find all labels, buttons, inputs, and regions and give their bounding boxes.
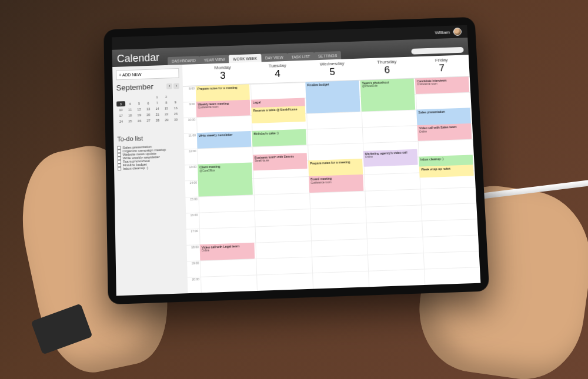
- time-slot[interactable]: [308, 143, 363, 160]
- mini-day-cell[interactable]: 10: [116, 107, 125, 112]
- mini-day-cell[interactable]: 16: [171, 105, 180, 110]
- time-slot[interactable]: [312, 254, 368, 273]
- mini-day-cell[interactable]: 17: [116, 113, 125, 118]
- mini-day-cell[interactable]: 30: [172, 116, 181, 122]
- calendar-event[interactable]: Video call with Legal teamOnline: [200, 243, 255, 261]
- mini-day-cell[interactable]: 20: [144, 112, 153, 117]
- calendar-event[interactable]: Weekly team meetingConference room: [196, 100, 250, 118]
- time-slot[interactable]: [311, 223, 367, 241]
- mini-day-cell[interactable]: 7: [153, 100, 162, 105]
- time-slot[interactable]: [312, 239, 368, 257]
- time-slot[interactable]: [365, 173, 420, 190]
- time-slot[interactable]: [423, 234, 479, 253]
- mini-day-cell[interactable]: 25: [126, 118, 135, 123]
- day-column[interactable]: [415, 76, 481, 285]
- time-slot[interactable]: [363, 125, 418, 143]
- user-avatar[interactable]: [453, 28, 462, 36]
- time-slot[interactable]: [424, 251, 480, 269]
- next-month-button[interactable]: ›: [173, 83, 179, 89]
- calendar-event[interactable]: Sales presentation: [416, 108, 470, 126]
- time-slot[interactable]: [197, 115, 252, 133]
- time-slot[interactable]: [198, 147, 253, 165]
- calendar-event[interactable]: Candidate interviewsConference room: [415, 76, 469, 94]
- calendar-event[interactable]: Finalize budget: [305, 81, 360, 113]
- calendar-event[interactable]: Board meetingConference room: [309, 175, 363, 192]
- mini-day-cell[interactable]: 4: [126, 101, 135, 106]
- calendar-event[interactable]: Marketing agency's video callOnline: [363, 149, 418, 167]
- time-slot[interactable]: [313, 271, 369, 289]
- time-slot[interactable]: [422, 219, 478, 237]
- calendar-event[interactable]: Prepare notes for a meeting: [196, 84, 250, 102]
- prev-month-button[interactable]: ‹: [166, 83, 172, 89]
- time-slot[interactable]: [362, 110, 417, 128]
- time-slot[interactable]: [366, 204, 422, 222]
- time-slot[interactable]: [368, 237, 423, 255]
- mini-day-cell[interactable]: 3: [116, 101, 125, 106]
- time-slot[interactable]: [425, 267, 480, 285]
- time-slot[interactable]: [200, 226, 255, 244]
- time-slot[interactable]: [199, 210, 255, 229]
- time-slot[interactable]: [257, 273, 313, 291]
- calendar-event[interactable]: Reserve a table @SteakHouse: [251, 106, 305, 123]
- time-slot[interactable]: [421, 187, 477, 204]
- time-slot[interactable]: [201, 274, 257, 293]
- time-slot[interactable]: [254, 176, 309, 194]
- time-slot[interactable]: [307, 112, 362, 129]
- time-slot[interactable]: [201, 259, 256, 277]
- mini-day-cell[interactable]: 18: [126, 112, 135, 118]
- time-slot[interactable]: [255, 209, 310, 226]
- checkbox-icon[interactable]: [118, 167, 121, 170]
- mini-day-cell[interactable]: 2: [162, 94, 171, 99]
- time-slot[interactable]: [199, 194, 255, 212]
- mini-day-cell[interactable]: 13: [144, 106, 153, 111]
- time-slot[interactable]: [310, 190, 365, 208]
- mini-day-cell[interactable]: 6: [144, 100, 153, 106]
- mini-day-cell[interactable]: 9: [171, 99, 180, 105]
- time-slot[interactable]: [256, 257, 312, 275]
- add-new-button[interactable]: + ADD NEW: [116, 68, 179, 80]
- calendar-event[interactable]: Prepare notes for a meeting: [308, 159, 363, 176]
- time-slot[interactable]: [368, 253, 424, 271]
- tab-task-list[interactable]: TASK LIST: [287, 52, 314, 61]
- mini-calendar[interactable]: 1234567891011121314151617181920212223242…: [116, 93, 181, 130]
- mini-day-cell[interactable]: 1: [153, 94, 162, 99]
- mini-day-cell[interactable]: 8: [162, 99, 171, 105]
- mini-day-cell[interactable]: 11: [126, 106, 135, 112]
- time-slot[interactable]: [255, 193, 310, 210]
- time-slot[interactable]: [308, 128, 363, 145]
- time-slot[interactable]: [256, 224, 312, 243]
- mini-day-cell[interactable]: 21: [153, 112, 162, 117]
- tab-day-view[interactable]: DAY VIEW: [261, 53, 288, 62]
- search-input[interactable]: [411, 47, 463, 55]
- calendar-event[interactable]: Write weekly newsletter: [197, 131, 251, 149]
- mini-day-cell[interactable]: 29: [162, 117, 171, 122]
- time-slot[interactable]: [419, 139, 474, 157]
- time-slot[interactable]: [416, 92, 472, 110]
- mini-day-cell[interactable]: 23: [171, 111, 180, 116]
- mini-day-cell[interactable]: 15: [162, 105, 171, 110]
- calendar-event[interactable]: Video call with Sales teamOnline: [417, 123, 472, 141]
- mini-day-cell[interactable]: 24: [117, 119, 126, 124]
- time-slot[interactable]: [422, 203, 477, 220]
- mini-day-cell[interactable]: 26: [135, 118, 144, 123]
- mini-day-cell[interactable]: 5: [135, 100, 143, 106]
- time-slot[interactable]: [310, 206, 366, 224]
- tab-dashboard[interactable]: DASHBOARD: [168, 56, 200, 65]
- time-slot[interactable]: [251, 82, 306, 100]
- mini-day-cell[interactable]: 22: [162, 111, 171, 116]
- mini-day-cell[interactable]: 19: [135, 112, 143, 118]
- calendar-event[interactable]: Client meeting@CoreOffice: [198, 163, 252, 196]
- mini-day-cell[interactable]: 28: [153, 118, 162, 123]
- time-slot[interactable]: [369, 269, 425, 287]
- tab-work-week[interactable]: WORK WEEK: [229, 54, 261, 63]
- calendar-event[interactable]: Team's photoshoot@PhotoSuite: [360, 79, 415, 112]
- mini-day-cell[interactable]: 12: [135, 106, 143, 112]
- time-slot[interactable]: [365, 189, 420, 206]
- tab-year-view[interactable]: YEAR VIEW: [200, 55, 229, 64]
- mini-day-cell[interactable]: 27: [144, 118, 153, 123]
- time-slot[interactable]: [367, 220, 423, 239]
- calendar-event[interactable]: Business lunch with DennisSteakHouse: [253, 153, 308, 170]
- mini-day-cell[interactable]: 14: [153, 106, 162, 111]
- calendar-event[interactable]: Birthday's cake :): [252, 129, 306, 147]
- calendar-event[interactable]: Week wrap-up notes: [419, 165, 474, 177]
